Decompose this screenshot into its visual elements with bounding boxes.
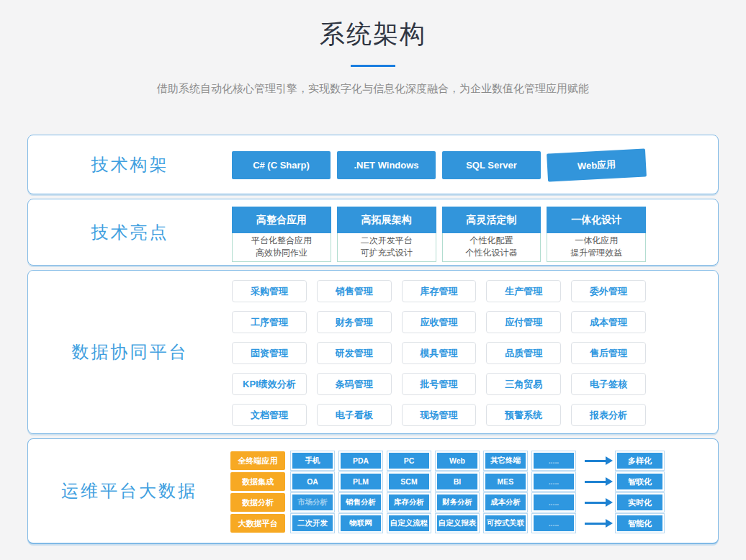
bigdata-item-button[interactable]: 二次开发	[291, 514, 334, 533]
highlight-card[interactable]: 高拓展架构二次开发平台可扩充式设计	[337, 207, 436, 259]
platform-module-button[interactable]: 研发管理	[317, 342, 392, 364]
platform-module-button[interactable]: 三角贸易	[486, 373, 561, 395]
platform-module-button[interactable]: 售后管理	[571, 342, 646, 364]
platform-module-button[interactable]: 销售管理	[317, 280, 392, 302]
bigdata-item-button[interactable]: 手机	[291, 451, 334, 470]
platform-module-button[interactable]: 报表分析	[571, 404, 646, 426]
platform-module-button[interactable]: 固资管理	[232, 342, 307, 364]
platform-grid-row: 工序管理财务管理应收管理应付管理成本管理	[232, 311, 646, 333]
bigdata-item-button[interactable]: .....	[532, 514, 575, 533]
bigdata-item-button[interactable]: 其它终端	[484, 451, 527, 470]
arrow-right-icon	[585, 523, 606, 525]
platform-module-button[interactable]: 财务管理	[317, 311, 392, 333]
panels-container: 技术构架 C# (C Sharp).NET WindowsSQL ServerW…	[27, 135, 719, 544]
system-architecture-page: 系统架构 借助系统自动化核心管理引擎，实现数字化与信息化深度融合，为企业数值化管…	[0, 0, 746, 560]
platform-grid-row: 文档管理电子看板现场管理预警系统报表分析	[232, 404, 646, 426]
arrow-right-icon	[585, 460, 606, 462]
section-highlights: 技术亮点 高整合应用平台化整合应用高效协同作业高拓展架构二次开发平台可扩充式设计…	[27, 199, 719, 266]
highlight-card-header: 高灵活定制	[442, 207, 541, 233]
platform-grid-row: KPI绩效分析条码管理批号管理三角贸易电子签核	[232, 373, 646, 395]
bigdata-row: 大数据平台二次开发物联网自定义流程自定义报表可控式关联.....智能化	[230, 514, 668, 533]
section-title-highlights: 技术亮点	[28, 199, 232, 265]
highlight-card[interactable]: 高整合应用平台化整合应用高效协同作业	[232, 207, 331, 259]
bigdata-item-button[interactable]: .....	[532, 472, 575, 491]
bigdata-rows: 全终端应用手机PDAPCWeb其它终端.....多样化数据集成OAPLMSCMB…	[230, 439, 718, 543]
arrow-right-icon	[585, 502, 606, 504]
bigdata-item-button[interactable]: 可控式关联	[484, 514, 527, 533]
highlight-card-line: 二次开发平台	[338, 235, 436, 247]
platform-module-button[interactable]: 现场管理	[402, 404, 477, 426]
platform-module-button[interactable]: 文档管理	[232, 404, 307, 426]
section-title-tech-stack: 技术构架	[28, 135, 232, 194]
tech-stack-button[interactable]: C# (C Sharp)	[232, 151, 331, 179]
bigdata-result-button[interactable]: 多样化	[616, 451, 664, 470]
section-platform: 数据协同平台 采购管理销售管理库存管理生产管理委外管理工序管理财务管理应收管理应…	[27, 270, 719, 434]
bigdata-item-button[interactable]: 市场分析	[291, 493, 334, 512]
platform-module-button[interactable]: 批号管理	[402, 373, 477, 395]
bigdata-item-button[interactable]: PC	[387, 451, 431, 470]
bigdata-item-button[interactable]: .....	[532, 451, 575, 470]
platform-grid-row: 采购管理销售管理库存管理生产管理委外管理	[232, 280, 646, 302]
bigdata-item-button[interactable]: 库存分析	[387, 493, 431, 512]
bigdata-item-button[interactable]: 自定义报表	[436, 514, 479, 533]
platform-module-button[interactable]: 库存管理	[402, 280, 477, 302]
platform-module-button[interactable]: 委外管理	[571, 280, 646, 302]
highlight-card-line: 平台化整合应用	[233, 235, 331, 247]
bigdata-item-button[interactable]: BI	[436, 472, 479, 491]
platform-module-button[interactable]: KPI绩效分析	[232, 373, 307, 395]
bigdata-item-button[interactable]: OA	[291, 472, 334, 491]
bigdata-item-button[interactable]: SCM	[387, 472, 431, 491]
bigdata-row-label[interactable]: 数据分析	[230, 493, 285, 512]
platform-module-button[interactable]: 工序管理	[232, 311, 307, 333]
bigdata-item-button[interactable]: 自定义流程	[387, 514, 431, 533]
platform-module-button[interactable]: 条码管理	[317, 373, 392, 395]
bigdata-item-button[interactable]: PDA	[339, 451, 382, 470]
section-title-bigdata: 运维平台大数据	[28, 439, 230, 543]
bigdata-row-label[interactable]: 大数据平台	[230, 514, 285, 533]
tech-stack-button[interactable]: SQL Server	[442, 151, 541, 179]
section-bigdata: 运维平台大数据 全终端应用手机PDAPCWeb其它终端.....多样化数据集成O…	[27, 438, 719, 544]
page-title: 系统架构	[0, 0, 746, 51]
bigdata-item-button[interactable]: 销售分析	[339, 493, 382, 512]
highlight-card[interactable]: 高灵活定制个性化配置个性化设计器	[442, 207, 541, 259]
platform-grid: 采购管理销售管理库存管理生产管理委外管理工序管理财务管理应收管理应付管理成本管理…	[232, 271, 718, 433]
bigdata-row-label[interactable]: 全终端应用	[230, 451, 285, 470]
highlight-card-line: 可扩充式设计	[338, 247, 436, 259]
platform-module-button[interactable]: 生产管理	[486, 280, 561, 302]
bigdata-result-button[interactable]: 智联化	[616, 472, 664, 491]
bigdata-item-button[interactable]: .....	[532, 493, 575, 512]
platform-module-button[interactable]: 应付管理	[486, 311, 561, 333]
tech-stack-button[interactable]: Web应用	[547, 148, 647, 181]
bigdata-item-button[interactable]: 成本分析	[484, 493, 527, 512]
highlight-cards: 高整合应用平台化整合应用高效协同作业高拓展架构二次开发平台可扩充式设计高灵活定制…	[232, 199, 718, 265]
bigdata-row: 数据集成OAPLMSCMBIMES.....智联化	[230, 472, 668, 491]
platform-module-button[interactable]: 应收管理	[402, 311, 477, 333]
platform-module-button[interactable]: 成本管理	[571, 311, 646, 333]
highlight-card-header: 高整合应用	[232, 207, 331, 233]
platform-module-button[interactable]: 采购管理	[232, 280, 307, 302]
platform-module-button[interactable]: 预警系统	[486, 404, 561, 426]
platform-module-button[interactable]: 电子签核	[571, 373, 646, 395]
bigdata-item-button[interactable]: 物联网	[339, 514, 382, 533]
platform-module-button[interactable]: 电子看板	[317, 404, 392, 426]
bigdata-item-button[interactable]: Web	[436, 451, 479, 470]
highlight-card-line: 高效协同作业	[233, 247, 331, 259]
bigdata-result-button[interactable]: 智能化	[616, 514, 664, 533]
highlight-card-line: 个性化配置	[443, 235, 541, 247]
highlight-card-body: 个性化配置个性化设计器	[442, 233, 541, 262]
bigdata-result-button[interactable]: 实时化	[616, 493, 664, 512]
platform-module-button[interactable]: 模具管理	[402, 342, 477, 364]
bigdata-row-label[interactable]: 数据集成	[230, 472, 285, 491]
arrow-right-icon	[585, 481, 606, 483]
bigdata-item-button[interactable]: MES	[484, 472, 527, 491]
bigdata-item-button[interactable]: 财务分析	[436, 493, 479, 512]
title-divider	[351, 65, 395, 67]
bigdata-row: 全终端应用手机PDAPCWeb其它终端.....多样化	[230, 451, 668, 470]
highlight-card-body: 二次开发平台可扩充式设计	[337, 233, 436, 262]
highlight-card[interactable]: 一体化设计一体化应用提升管理效益	[547, 207, 646, 259]
highlight-card-line: 提升管理效益	[547, 247, 645, 259]
tech-stack-button[interactable]: .NET Windows	[337, 151, 436, 179]
platform-module-button[interactable]: 品质管理	[486, 342, 561, 364]
highlight-card-line: 一体化应用	[547, 235, 645, 247]
bigdata-item-button[interactable]: PLM	[339, 472, 382, 491]
